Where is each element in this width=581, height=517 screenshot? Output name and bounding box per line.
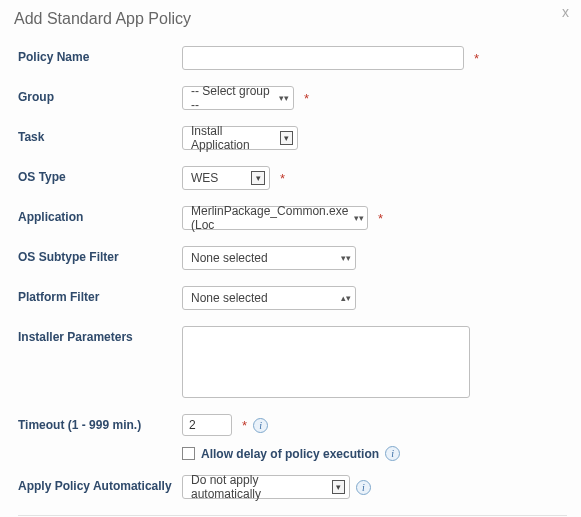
label-installer-parameters: Installer Parameters [18,326,182,344]
policy-name-input[interactable] [182,46,464,70]
label-os-type: OS Type [18,166,182,184]
os-type-select[interactable]: WES ▾ [182,166,270,190]
divider [18,515,567,516]
label-policy-name: Policy Name [18,46,182,64]
info-icon[interactable]: i [253,418,268,433]
chevron-down-icon: ▾▾ [354,213,364,223]
application-select-value: MerlinPackage_Common.exe (Loc [191,204,348,232]
apply-auto-value: Do not apply automatically [191,473,326,501]
label-group: Group [18,86,182,104]
chevron-down-icon: ▾ [251,171,265,185]
required-mark: * [280,171,285,186]
apply-auto-select[interactable]: Do not apply automatically ▾ [182,475,350,499]
close-icon[interactable]: x [562,4,569,20]
chevron-down-icon: ▾▾ [279,93,289,103]
required-mark: * [242,418,247,433]
task-select-value: Install Application [191,124,274,152]
required-mark: * [304,91,309,106]
os-subtype-filter-value: None selected [191,251,268,265]
chevron-down-icon: ▾ [280,131,293,145]
info-icon[interactable]: i [385,446,400,461]
allow-delay-label: Allow delay of policy execution [201,447,379,461]
label-os-subtype-filter: OS Subtype Filter [18,246,182,264]
os-subtype-filter-select[interactable]: None selected ▾▾ [182,246,356,270]
chevron-down-icon: ▾ [332,480,345,494]
info-icon[interactable]: i [356,480,371,495]
application-select[interactable]: MerlinPackage_Common.exe (Loc ▾▾ [182,206,368,230]
label-platform-filter: Platform Filter [18,286,182,304]
timeout-input[interactable] [182,414,232,436]
add-standard-app-policy-dialog: x Add Standard App Policy Policy Name * … [0,0,581,517]
label-apply-auto: Apply Policy Automatically [18,475,182,493]
label-application: Application [18,206,182,224]
label-task: Task [18,126,182,144]
policy-form: Policy Name * Group -- Select group -- ▾… [14,36,567,517]
group-select[interactable]: -- Select group -- ▾▾ [182,86,294,110]
required-mark: * [474,51,479,66]
installer-parameters-input[interactable] [182,326,470,398]
chevron-down-icon: ▾▾ [341,253,351,263]
label-timeout: Timeout (1 - 999 min.) [18,414,182,432]
task-select[interactable]: Install Application ▾ [182,126,298,150]
platform-filter-select[interactable]: None selected ▴▾ [182,286,356,310]
group-select-value: -- Select group -- [191,84,273,112]
platform-filter-value: None selected [191,291,268,305]
required-mark: * [378,211,383,226]
chevron-down-icon: ▴▾ [341,293,351,303]
allow-delay-checkbox[interactable] [182,447,195,460]
os-type-select-value: WES [191,171,218,185]
dialog-title: Add Standard App Policy [14,8,567,36]
